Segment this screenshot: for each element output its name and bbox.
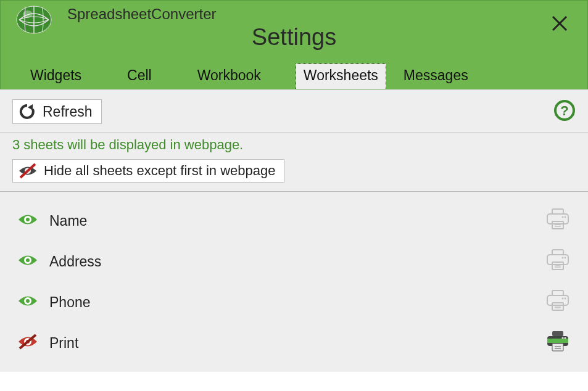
refresh-button[interactable]: Refresh [12, 99, 102, 124]
sheet-row: Address [12, 241, 576, 282]
svg-rect-33 [552, 303, 563, 310]
print-toggle[interactable] [545, 289, 571, 315]
svg-rect-15 [552, 221, 563, 229]
eye-hidden-icon [17, 334, 38, 350]
svg-point-3 [23, 10, 33, 18]
page-title: Settings [252, 24, 336, 51]
close-button[interactable] [550, 14, 569, 35]
printer-off-icon [545, 289, 571, 313]
header: SpreadsheetConverter Settings Widgets Ce… [0, 0, 588, 89]
tab-widgets[interactable]: Widgets [19, 64, 93, 89]
refresh-icon [18, 102, 36, 121]
print-toggle[interactable] [545, 330, 571, 356]
hide-section: Hide all sheets except first in webpage [0, 155, 588, 192]
eye-visible-icon [17, 252, 38, 268]
visibility-toggle[interactable] [17, 212, 49, 230]
hide-all-button[interactable]: Hide all sheets except first in webpage [12, 159, 284, 183]
svg-point-46 [561, 337, 563, 339]
svg-point-35 [562, 298, 564, 300]
svg-point-45 [564, 337, 566, 339]
tab-messages[interactable]: Messages [392, 64, 479, 89]
tabs: Widgets Cell Workbook Worksheets Message… [1, 63, 503, 89]
svg-point-25 [565, 257, 566, 259]
sheet-row: Print [12, 323, 576, 363]
eye-slash-icon [18, 163, 38, 179]
svg-rect-41 [552, 331, 563, 336]
tab-cell[interactable]: Cell [116, 64, 163, 89]
printer-off-icon [545, 249, 571, 272]
sheet-name: Name [49, 213, 87, 229]
svg-point-30 [26, 299, 30, 303]
close-icon [550, 14, 569, 33]
app-title: SpreadsheetConverter [67, 6, 216, 23]
svg-rect-14 [547, 214, 568, 224]
tab-workbook[interactable]: Workbook [186, 64, 272, 89]
sheet-row: Name [12, 200, 576, 241]
print-toggle[interactable] [545, 208, 571, 234]
svg-rect-31 [552, 290, 563, 295]
eye-visible-icon [17, 212, 38, 228]
eye-visible-icon [17, 293, 38, 309]
sheet-name: Print [49, 335, 78, 352]
svg-point-16 [565, 216, 566, 218]
refresh-label: Refresh [43, 104, 93, 120]
svg-text:?: ? [560, 103, 568, 118]
svg-rect-32 [547, 295, 568, 305]
svg-point-12 [26, 218, 30, 221]
svg-point-17 [562, 216, 564, 218]
svg-rect-22 [552, 250, 563, 255]
visibility-toggle[interactable] [17, 252, 49, 271]
svg-rect-43 [547, 339, 568, 343]
svg-point-21 [26, 258, 30, 262]
tab-worksheets[interactable]: Worksheets [296, 64, 386, 89]
hide-all-label: Hide all sheets except first in webpage [44, 163, 275, 179]
toolbar: Refresh ? [0, 89, 588, 133]
print-toggle[interactable] [545, 249, 571, 274]
svg-rect-23 [547, 255, 568, 265]
svg-rect-13 [552, 209, 563, 214]
sheet-list: Name Address [0, 192, 588, 372]
sheet-row: Phone [12, 282, 576, 323]
app-logo-icon [13, 4, 55, 38]
help-icon: ? [553, 99, 576, 121]
svg-point-26 [562, 257, 564, 259]
svg-marker-6 [28, 104, 33, 110]
svg-rect-44 [552, 344, 563, 351]
sheet-name: Phone [49, 294, 91, 311]
sheet-name: Address [49, 253, 101, 270]
svg-point-34 [565, 298, 566, 300]
visibility-toggle[interactable] [17, 334, 49, 352]
help-button[interactable]: ? [553, 99, 576, 124]
status-text: 3 sheets will be displayed in webpage. [0, 133, 588, 155]
visibility-toggle[interactable] [17, 293, 49, 311]
svg-rect-24 [552, 262, 563, 270]
printer-off-icon [545, 208, 571, 231]
printer-on-icon [545, 330, 571, 353]
